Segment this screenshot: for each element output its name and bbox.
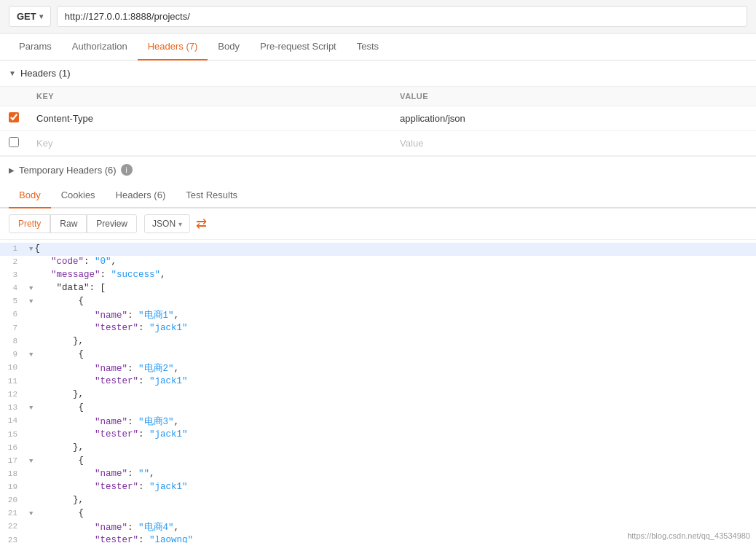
line-content: "name": "电商3", [26, 415, 756, 428]
view-raw-button[interactable]: Raw [50, 214, 87, 233]
line-number: 19 [0, 482, 26, 491]
line-number: 16 [0, 442, 26, 452]
line-number: 1 [0, 243, 26, 253]
line-number: 11 [0, 376, 26, 386]
tab-body[interactable]: Body [208, 34, 250, 60]
line-content: }, [26, 389, 756, 399]
tab-tests[interactable]: Tests [347, 34, 389, 60]
resp-tab-headers[interactable]: Headers (6) [106, 183, 176, 208]
line-content: "name": "电商1", [26, 309, 756, 321]
json-line: 12 }, [0, 388, 756, 402]
val-placeholder-text: Value [400, 138, 423, 149]
json-line: 7 "tester": "jack1" [0, 322, 756, 335]
expand-arrow[interactable]: ▼ [29, 298, 33, 305]
line-content: ▼ { [26, 349, 756, 359]
line-content: ▼ { [26, 296, 756, 306]
line-content: "code": "0", [26, 257, 756, 267]
json-line: 18 "name": "", [0, 468, 756, 481]
expand-arrow[interactable]: ▼ [29, 351, 33, 359]
expand-arrow[interactable]: ▼ [29, 405, 33, 412]
resp-tab-testresults[interactable]: Test Results [176, 183, 248, 208]
json-line: 17▼ { [0, 455, 756, 468]
line-content: "name": "电商2", [26, 362, 756, 375]
line-content: }, [26, 336, 756, 346]
expand-arrow[interactable]: ▼ [29, 510, 33, 517]
line-number: 18 [0, 469, 26, 478]
headers-section-header[interactable]: ▼ Headers (1) [0, 60, 756, 86]
tab-params[interactable]: Params [9, 34, 62, 60]
line-content: "tester": "jack1" [26, 482, 756, 492]
line-content: ▼ { [26, 508, 756, 518]
url-input[interactable] [57, 6, 747, 27]
tab-authorization[interactable]: Authorization [62, 34, 138, 60]
line-content: "tester": "jack1" [26, 376, 756, 386]
request-tabs: Params Authorization Headers (7) Body Pr… [0, 34, 756, 60]
json-line: 5▼ { [0, 295, 756, 308]
line-content: ▼ { [26, 456, 756, 466]
line-number: 12 [0, 389, 26, 399]
format-label: JSON [152, 219, 176, 229]
line-number: 20 [0, 495, 26, 504]
line-number: 15 [0, 429, 26, 439]
line-number: 14 [0, 415, 26, 425]
header-checkbox-empty[interactable] [9, 137, 19, 147]
table-row: Content-Type application/json [0, 106, 756, 131]
temp-headers-row[interactable]: ▶ Temporary Headers (6) i [0, 156, 756, 183]
resp-tab-cookies[interactable]: Cookies [51, 183, 106, 208]
line-number: 21 [0, 508, 26, 517]
table-row: Key Value [0, 131, 756, 156]
line-content: }, [26, 495, 756, 505]
response-tabs: Body Cookies Headers (6) Test Results [0, 183, 756, 208]
header-value-placeholder[interactable]: Value [391, 131, 756, 156]
col-key: KEY [28, 87, 391, 106]
tab-headers[interactable]: Headers (7) [138, 34, 208, 60]
method-dropdown-arrow: ▾ [39, 12, 43, 20]
json-line: 13▼ { [0, 402, 756, 415]
json-output: 1▼{2 "code": "0",3 "message": "success",… [0, 240, 756, 543]
info-icon[interactable]: i [121, 164, 133, 176]
tab-prerequest[interactable]: Pre-request Script [250, 34, 347, 60]
json-line: 14 "name": "电商3", [0, 415, 756, 429]
method-select[interactable]: GET ▾ [9, 6, 51, 27]
header-value[interactable]: application/json [391, 106, 756, 131]
headers-section-title: Headers (1) [20, 68, 71, 79]
view-preview-button[interactable]: Preview [87, 214, 137, 233]
line-content: "message": "success", [26, 270, 756, 280]
header-key[interactable]: Content-Type [28, 106, 391, 131]
line-content: ▼{ [26, 243, 756, 254]
expand-arrow[interactable]: ▼ [29, 246, 33, 253]
resp-tab-body[interactable]: Body [9, 183, 51, 208]
col-value: VALUE [391, 87, 756, 106]
line-content: "tester": "jack1" [26, 323, 756, 333]
row-checkbox-cell[interactable] [0, 131, 28, 156]
header-checkbox[interactable] [9, 112, 19, 122]
response-toolbar: Pretty Raw Preview JSON ▾ ⇄ [0, 208, 756, 240]
method-label: GET [17, 11, 36, 22]
row-checkbox-cell[interactable] [0, 106, 28, 131]
temp-headers-title: Temporary Headers (6) [19, 165, 117, 176]
line-content: }, [26, 442, 756, 453]
format-dropdown-arrow: ▾ [178, 220, 182, 228]
json-line: 11 "tester": "jack1" [0, 375, 756, 388]
json-line: 10 "name": "电商2", [0, 362, 756, 375]
col-checkbox [0, 87, 28, 106]
wrap-icon[interactable]: ⇄ [196, 216, 207, 232]
status-text: https://blog.csdn.net/qq_43534980 [627, 531, 750, 540]
line-content: "name": "", [26, 469, 756, 479]
json-line: 2 "code": "0", [0, 256, 756, 269]
view-pretty-button[interactable]: Pretty [9, 214, 50, 233]
json-line: 1▼{ [0, 243, 756, 256]
format-select[interactable]: JSON ▾ [144, 214, 190, 233]
expand-arrow[interactable]: ▼ [29, 285, 33, 292]
line-number: 17 [0, 456, 26, 465]
url-bar: GET ▾ [0, 0, 756, 34]
line-content: "tester": "jack1" [26, 429, 756, 440]
header-key-placeholder[interactable]: Key [28, 131, 391, 156]
expand-arrow[interactable]: ▼ [29, 458, 33, 465]
line-number: 5 [0, 296, 26, 305]
temp-headers-expand-arrow: ▶ [9, 166, 15, 174]
json-line: 8 }, [0, 335, 756, 348]
headers-section: ▼ Headers (1) KEY VALUE Content-Type app… [0, 60, 756, 183]
json-line: 20 }, [0, 494, 756, 507]
line-number: 10 [0, 362, 26, 372]
